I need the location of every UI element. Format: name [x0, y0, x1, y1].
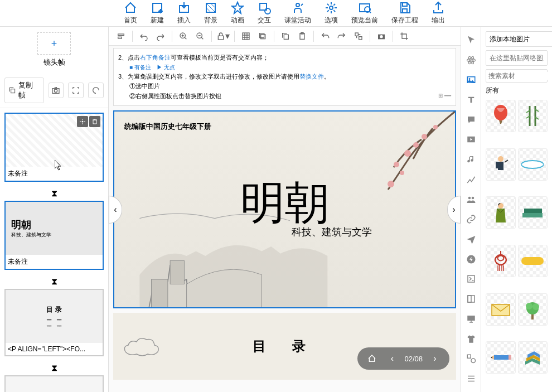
- forward-button[interactable]: [334, 28, 350, 44]
- thumb-1-note: 未备注: [6, 167, 103, 181]
- lens-frame-add[interactable]: +: [37, 32, 71, 55]
- slide-subtitle: 科技、建筑与文学: [292, 225, 372, 239]
- screen-tool[interactable]: [462, 310, 480, 328]
- chart-tool[interactable]: [462, 171, 480, 188]
- copy-frame-button[interactable]: 复制帧: [4, 78, 44, 103]
- asset-ancient-person[interactable]: [486, 196, 516, 229]
- undo-button[interactable]: [136, 28, 152, 44]
- page-home-button[interactable]: [364, 351, 380, 366]
- thumbnail-1[interactable]: 未备注: [4, 113, 104, 182]
- paste-button[interactable]: [294, 28, 310, 44]
- preview-button[interactable]: 预览当前: [351, 1, 378, 25]
- canvas-area[interactable]: 2、点击右下角备注可查看模板当前页是否有交互内容； ■ 有备注 ▶ 无点 3、为…: [109, 46, 461, 392]
- layers-button[interactable]: [255, 28, 270, 44]
- classroom-button[interactable]: 课堂活动: [284, 1, 311, 25]
- send-tool[interactable]: [462, 230, 480, 248]
- back-button[interactable]: [317, 28, 333, 44]
- insert-button[interactable]: 插入: [177, 1, 191, 25]
- text-tool[interactable]: [462, 91, 480, 109]
- asset-search[interactable]: [486, 69, 548, 83]
- crop-button[interactable]: [396, 28, 412, 44]
- camera-button[interactable]: [49, 83, 64, 98]
- save-button[interactable]: 保存工程: [391, 1, 418, 25]
- svg-rect-10: [403, 9, 407, 13]
- thumb-delete-icon[interactable]: [89, 116, 100, 127]
- pointer-tool[interactable]: [462, 31, 480, 49]
- path-button[interactable]: [88, 83, 104, 98]
- asset-pencil[interactable]: [486, 341, 516, 374]
- svg-point-56: [494, 105, 507, 120]
- chat-tool[interactable]: [462, 111, 480, 129]
- plum-branch-illustration: [343, 112, 455, 212]
- svg-point-34: [413, 142, 419, 148]
- scan-button[interactable]: [68, 83, 84, 98]
- preview-label: 预览当前: [351, 16, 378, 25]
- asset-bamboo[interactable]: [518, 100, 548, 132]
- svg-point-44: [468, 78, 470, 80]
- thumbnail-4[interactable]: [4, 375, 104, 392]
- grid-button[interactable]: [238, 28, 254, 44]
- copy-button[interactable]: [278, 28, 293, 44]
- asset-yellow-shape[interactable]: [518, 245, 548, 277]
- atom-tool[interactable]: [462, 51, 480, 69]
- next-slide-preview[interactable]: 目 录: [113, 313, 456, 380]
- thumb-2-note: 未备注: [6, 255, 103, 269]
- options-button[interactable]: 选项: [325, 1, 338, 25]
- people-tool[interactable]: [462, 191, 480, 209]
- replace-button[interactable]: [351, 28, 366, 44]
- thumbnail-list: 未备注 ⧗ 明朝 科技、建筑与文学 未备注 ⧗ 目 录 ━━━━ ━━━━: [0, 108, 108, 392]
- interaction-button[interactable]: 交互: [258, 1, 271, 25]
- thumbnail-3[interactable]: 目 录 ━━━━ ━━━━ <P ALIGN="LEFT"><FO...: [4, 289, 104, 356]
- asset-teacher[interactable]: [486, 148, 516, 181]
- paste-url-input[interactable]: [486, 50, 548, 66]
- thumb-settings-icon[interactable]: [77, 116, 88, 127]
- asset-chinese-knot[interactable]: [486, 245, 516, 277]
- slide-header: 统编版中国历史七年级下册: [124, 122, 211, 132]
- frame-tool[interactable]: [462, 290, 480, 308]
- lock-button[interactable]: ▾: [215, 28, 231, 44]
- asset-ruler[interactable]: [518, 148, 548, 181]
- asset-grid: [486, 100, 548, 388]
- image-tool[interactable]: [462, 71, 480, 89]
- svg-point-46: [468, 196, 471, 199]
- asset-balloon[interactable]: [486, 100, 516, 132]
- align-button[interactable]: [113, 28, 129, 44]
- svg-point-6: [330, 6, 333, 9]
- thumbnail-2[interactable]: 明朝 科技、建筑与文学 未备注: [4, 201, 104, 270]
- zoom-out-button[interactable]: [192, 28, 208, 44]
- formula-tool[interactable]: [462, 270, 480, 288]
- search-input[interactable]: [488, 72, 552, 80]
- svg-rect-15: [118, 34, 124, 36]
- video-tool[interactable]: [462, 131, 480, 149]
- asset-book-stack[interactable]: [518, 341, 548, 374]
- cloud-decoration: [120, 330, 164, 363]
- new-button[interactable]: 新建: [151, 1, 164, 25]
- add-local-image-input[interactable]: [486, 31, 552, 47]
- svg-rect-20: [243, 33, 249, 40]
- asset-books[interactable]: [518, 196, 548, 229]
- capture-button[interactable]: [374, 28, 389, 44]
- flash-tool[interactable]: [462, 250, 480, 268]
- link-tool[interactable]: [462, 210, 480, 228]
- zoom-in-button[interactable]: [176, 28, 191, 44]
- filter-all[interactable]: 所有: [486, 86, 548, 95]
- svg-rect-53: [467, 355, 471, 359]
- audio-tool[interactable]: [462, 151, 480, 168]
- main-slide[interactable]: 统编版中国历史七年级下册 明朝 科技、建筑与文学: [113, 110, 456, 308]
- home-button[interactable]: 首页: [124, 1, 137, 25]
- shape-tool[interactable]: [462, 350, 480, 368]
- list-tool[interactable]: [462, 370, 480, 388]
- export-button[interactable]: 输出: [432, 1, 445, 25]
- insert-label: 插入: [177, 16, 191, 25]
- background-button[interactable]: 背景: [204, 1, 217, 25]
- svg-rect-27: [359, 36, 362, 39]
- asset-envelope[interactable]: [486, 293, 516, 326]
- lens-label: 镜头帧: [6, 57, 103, 67]
- asset-tree[interactable]: [518, 293, 548, 326]
- page-prev-button[interactable]: ‹: [384, 351, 400, 366]
- animation-button[interactable]: 动画: [231, 1, 244, 25]
- redo-button[interactable]: [153, 28, 168, 44]
- page-next-button[interactable]: ›: [427, 351, 443, 366]
- svg-rect-66: [524, 209, 542, 213]
- shirt-tool[interactable]: [462, 330, 480, 348]
